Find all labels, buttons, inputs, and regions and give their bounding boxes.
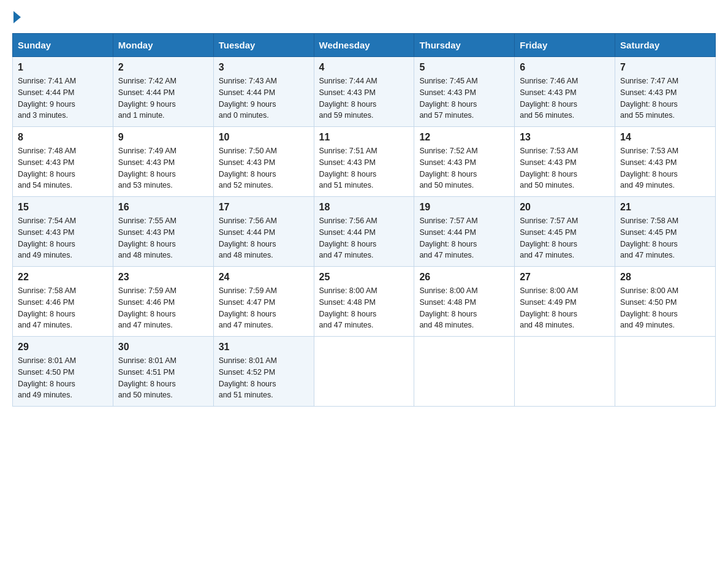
- day-info: Sunrise: 7:59 AMSunset: 4:47 PMDaylight:…: [219, 285, 309, 331]
- calendar-cell: 7 Sunrise: 7:47 AMSunset: 4:43 PMDayligh…: [615, 57, 716, 127]
- day-number: 14: [620, 132, 710, 143]
- day-number: 22: [18, 272, 108, 283]
- day-number: 23: [118, 272, 208, 283]
- day-number: 12: [419, 132, 509, 143]
- day-number: 9: [118, 132, 208, 143]
- calendar-cell: [515, 337, 615, 407]
- column-header-sunday: Sunday: [13, 34, 113, 57]
- logo-arrow-icon: [13, 11, 21, 23]
- calendar-cell: 4 Sunrise: 7:44 AMSunset: 4:43 PMDayligh…: [314, 57, 414, 127]
- calendar-cell: 18 Sunrise: 7:56 AMSunset: 4:44 PMDaylig…: [314, 197, 414, 267]
- calendar-cell: 10 Sunrise: 7:50 AMSunset: 4:43 PMDaylig…: [213, 127, 314, 197]
- day-info: Sunrise: 7:45 AMSunset: 4:43 PMDaylight:…: [419, 75, 509, 121]
- day-number: 11: [319, 132, 409, 143]
- calendar-week-row: 29 Sunrise: 8:01 AMSunset: 4:50 PMDaylig…: [13, 337, 716, 407]
- calendar-cell: [414, 337, 515, 407]
- day-number: 15: [18, 202, 108, 213]
- calendar-cell: [314, 337, 414, 407]
- calendar-week-row: 8 Sunrise: 7:48 AMSunset: 4:43 PMDayligh…: [13, 127, 716, 197]
- column-header-wednesday: Wednesday: [314, 34, 414, 57]
- day-info: Sunrise: 7:56 AMSunset: 4:44 PMDaylight:…: [319, 215, 409, 261]
- day-number: 17: [219, 202, 309, 213]
- day-number: 7: [620, 62, 710, 73]
- day-info: Sunrise: 7:59 AMSunset: 4:46 PMDaylight:…: [118, 285, 208, 331]
- column-header-tuesday: Tuesday: [213, 34, 314, 57]
- day-info: Sunrise: 8:00 AMSunset: 4:50 PMDaylight:…: [620, 285, 710, 331]
- day-info: Sunrise: 7:50 AMSunset: 4:43 PMDaylight:…: [219, 145, 309, 191]
- calendar-cell: 2 Sunrise: 7:42 AMSunset: 4:44 PMDayligh…: [113, 57, 213, 127]
- day-info: Sunrise: 7:49 AMSunset: 4:43 PMDaylight:…: [118, 145, 208, 191]
- calendar-cell: 16 Sunrise: 7:55 AMSunset: 4:43 PMDaylig…: [113, 197, 213, 267]
- calendar-cell: [615, 337, 716, 407]
- day-number: 8: [18, 132, 108, 143]
- day-number: 18: [319, 202, 409, 213]
- day-info: Sunrise: 7:58 AMSunset: 4:46 PMDaylight:…: [18, 285, 108, 331]
- calendar-cell: 20 Sunrise: 7:57 AMSunset: 4:45 PMDaylig…: [515, 197, 615, 267]
- day-info: Sunrise: 7:53 AMSunset: 4:43 PMDaylight:…: [520, 145, 610, 191]
- day-number: 16: [118, 202, 208, 213]
- column-header-monday: Monday: [113, 34, 213, 57]
- day-info: Sunrise: 7:54 AMSunset: 4:43 PMDaylight:…: [18, 215, 108, 261]
- calendar-cell: 3 Sunrise: 7:43 AMSunset: 4:44 PMDayligh…: [213, 57, 314, 127]
- day-info: Sunrise: 7:46 AMSunset: 4:43 PMDaylight:…: [520, 75, 610, 121]
- day-info: Sunrise: 7:52 AMSunset: 4:43 PMDaylight:…: [419, 145, 509, 191]
- day-number: 21: [620, 202, 710, 213]
- calendar-cell: 12 Sunrise: 7:52 AMSunset: 4:43 PMDaylig…: [414, 127, 515, 197]
- calendar-cell: 30 Sunrise: 8:01 AMSunset: 4:51 PMDaylig…: [113, 337, 213, 407]
- calendar-week-row: 15 Sunrise: 7:54 AMSunset: 4:43 PMDaylig…: [13, 197, 716, 267]
- day-info: Sunrise: 7:41 AMSunset: 4:44 PMDaylight:…: [18, 75, 108, 121]
- day-info: Sunrise: 7:53 AMSunset: 4:43 PMDaylight:…: [620, 145, 710, 191]
- calendar-cell: 8 Sunrise: 7:48 AMSunset: 4:43 PMDayligh…: [13, 127, 113, 197]
- calendar-cell: 13 Sunrise: 7:53 AMSunset: 4:43 PMDaylig…: [515, 127, 615, 197]
- day-number: 20: [520, 202, 610, 213]
- day-number: 19: [419, 202, 509, 213]
- day-info: Sunrise: 7:57 AMSunset: 4:45 PMDaylight:…: [520, 215, 610, 261]
- day-info: Sunrise: 7:56 AMSunset: 4:44 PMDaylight:…: [219, 215, 309, 261]
- day-number: 13: [520, 132, 610, 143]
- calendar-cell: 31 Sunrise: 8:01 AMSunset: 4:52 PMDaylig…: [213, 337, 314, 407]
- day-number: 4: [319, 62, 409, 73]
- calendar-week-row: 1 Sunrise: 7:41 AMSunset: 4:44 PMDayligh…: [13, 57, 716, 127]
- day-number: 2: [118, 62, 208, 73]
- day-number: 10: [219, 132, 309, 143]
- day-number: 31: [219, 342, 309, 353]
- day-info: Sunrise: 8:00 AMSunset: 4:48 PMDaylight:…: [419, 285, 509, 331]
- day-info: Sunrise: 8:00 AMSunset: 4:48 PMDaylight:…: [319, 285, 409, 331]
- calendar-cell: 6 Sunrise: 7:46 AMSunset: 4:43 PMDayligh…: [515, 57, 615, 127]
- day-number: 30: [118, 342, 208, 353]
- day-info: Sunrise: 8:00 AMSunset: 4:49 PMDaylight:…: [520, 285, 610, 331]
- calendar-cell: 1 Sunrise: 7:41 AMSunset: 4:44 PMDayligh…: [13, 57, 113, 127]
- calendar-cell: 21 Sunrise: 7:58 AMSunset: 4:45 PMDaylig…: [615, 197, 716, 267]
- calendar-header-row: SundayMondayTuesdayWednesdayThursdayFrid…: [13, 34, 716, 57]
- calendar-cell: 9 Sunrise: 7:49 AMSunset: 4:43 PMDayligh…: [113, 127, 213, 197]
- day-info: Sunrise: 8:01 AMSunset: 4:50 PMDaylight:…: [18, 355, 108, 401]
- day-info: Sunrise: 7:48 AMSunset: 4:43 PMDaylight:…: [18, 145, 108, 191]
- column-header-saturday: Saturday: [615, 34, 716, 57]
- day-number: 24: [219, 272, 309, 283]
- day-info: Sunrise: 7:47 AMSunset: 4:43 PMDaylight:…: [620, 75, 710, 121]
- day-number: 29: [18, 342, 108, 353]
- calendar-cell: 23 Sunrise: 7:59 AMSunset: 4:46 PMDaylig…: [113, 267, 213, 337]
- logo: [12, 12, 21, 21]
- day-info: Sunrise: 7:44 AMSunset: 4:43 PMDaylight:…: [319, 75, 409, 121]
- calendar-cell: 11 Sunrise: 7:51 AMSunset: 4:43 PMDaylig…: [314, 127, 414, 197]
- calendar-cell: 26 Sunrise: 8:00 AMSunset: 4:48 PMDaylig…: [414, 267, 515, 337]
- calendar-cell: 19 Sunrise: 7:57 AMSunset: 4:44 PMDaylig…: [414, 197, 515, 267]
- day-info: Sunrise: 7:42 AMSunset: 4:44 PMDaylight:…: [118, 75, 208, 121]
- calendar-cell: 14 Sunrise: 7:53 AMSunset: 4:43 PMDaylig…: [615, 127, 716, 197]
- day-info: Sunrise: 7:51 AMSunset: 4:43 PMDaylight:…: [319, 145, 409, 191]
- day-number: 25: [319, 272, 409, 283]
- day-number: 27: [520, 272, 610, 283]
- day-number: 5: [419, 62, 509, 73]
- calendar-cell: 24 Sunrise: 7:59 AMSunset: 4:47 PMDaylig…: [213, 267, 314, 337]
- calendar-cell: 29 Sunrise: 8:01 AMSunset: 4:50 PMDaylig…: [13, 337, 113, 407]
- calendar-cell: 25 Sunrise: 8:00 AMSunset: 4:48 PMDaylig…: [314, 267, 414, 337]
- day-info: Sunrise: 8:01 AMSunset: 4:52 PMDaylight:…: [219, 355, 309, 401]
- day-info: Sunrise: 7:43 AMSunset: 4:44 PMDaylight:…: [219, 75, 309, 121]
- calendar-cell: 17 Sunrise: 7:56 AMSunset: 4:44 PMDaylig…: [213, 197, 314, 267]
- calendar-cell: 22 Sunrise: 7:58 AMSunset: 4:46 PMDaylig…: [13, 267, 113, 337]
- day-info: Sunrise: 7:55 AMSunset: 4:43 PMDaylight:…: [118, 215, 208, 261]
- column-header-thursday: Thursday: [414, 34, 515, 57]
- calendar-week-row: 22 Sunrise: 7:58 AMSunset: 4:46 PMDaylig…: [13, 267, 716, 337]
- day-number: 1: [18, 62, 108, 73]
